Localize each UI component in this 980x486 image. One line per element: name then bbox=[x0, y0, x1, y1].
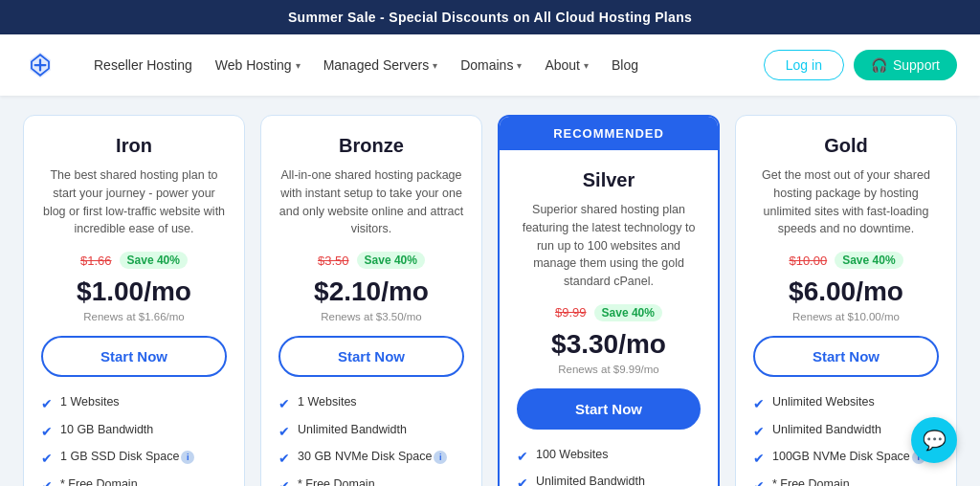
support-button[interactable]: 🎧 Support bbox=[854, 50, 957, 80]
nav-web-hosting[interactable]: Web Hosting ▾ bbox=[206, 50, 310, 80]
feature-item: ✔ 10 GB Bandwidth bbox=[41, 422, 227, 442]
plan-name: Silver bbox=[583, 169, 635, 191]
features-list: ✔ 1 Websites ✔ Unlimited Bandwidth ✔ 30 … bbox=[278, 394, 464, 486]
check-icon: ✔ bbox=[517, 448, 528, 467]
check-icon: ✔ bbox=[41, 423, 53, 442]
check-icon: ✔ bbox=[517, 475, 528, 486]
recommended-badge: RECOMMENDED bbox=[500, 117, 718, 150]
check-icon: ✔ bbox=[753, 450, 765, 469]
features-list: ✔ 100 Websites ✔ Unlimited Bandwidth ✔ 5… bbox=[517, 447, 701, 486]
feature-item: ✔ 100GB NVMe Disk Spacei bbox=[753, 449, 939, 469]
plan-description: The best shared hosting plan to start yo… bbox=[41, 166, 227, 238]
current-price: $2.10/mo bbox=[314, 276, 429, 307]
feature-item: ✔ 30 GB NVMe Disk Spacei bbox=[278, 449, 464, 469]
check-icon: ✔ bbox=[41, 477, 53, 486]
promo-banner: Summer Sale - Special Discounts on All C… bbox=[0, 0, 980, 34]
logo[interactable] bbox=[23, 48, 57, 82]
save-badge: Save 40% bbox=[835, 252, 902, 269]
plan-description: Get the most out of your shared hosting … bbox=[753, 166, 939, 238]
save-badge: Save 40% bbox=[120, 252, 188, 269]
plan-card-iron: Iron The best shared hosting plan to sta… bbox=[23, 115, 245, 486]
info-icon[interactable]: i bbox=[181, 451, 194, 464]
original-price: $10.00 bbox=[789, 254, 827, 268]
check-icon: ✔ bbox=[41, 450, 53, 469]
save-badge: Save 40% bbox=[357, 252, 425, 269]
main-nav: Reseller Hosting Web Hosting ▾ Managed S… bbox=[0, 34, 980, 96]
check-icon: ✔ bbox=[278, 395, 290, 414]
pricing-row: $3.50 Save 40% bbox=[318, 252, 425, 269]
feature-item: ✔ 1 Websites bbox=[41, 394, 227, 414]
feature-item: ✔ Unlimited Bandwidth bbox=[278, 422, 464, 442]
pricing-row: $9.99 Save 40% bbox=[555, 304, 662, 321]
nav-about[interactable]: About ▾ bbox=[535, 50, 598, 80]
pricing-grid: Iron The best shared hosting plan to sta… bbox=[23, 115, 957, 486]
current-price: $3.30/mo bbox=[551, 329, 666, 360]
original-price: $9.99 bbox=[555, 305, 587, 320]
chat-icon: 💬 bbox=[923, 429, 947, 452]
renews-text: Renews at $3.50/mo bbox=[321, 311, 421, 322]
start-now-button[interactable]: Start Now bbox=[517, 388, 701, 430]
feature-item: ✔ Unlimited Websites bbox=[753, 394, 939, 414]
start-now-button[interactable]: Start Now bbox=[753, 336, 939, 377]
feature-item: ✔ * Free Domain Registration/Transferi bbox=[278, 476, 464, 486]
save-badge: Save 40% bbox=[594, 304, 662, 321]
feature-item: ✔ * Free Domain Registration/Transferi bbox=[753, 476, 939, 486]
check-icon: ✔ bbox=[753, 395, 765, 414]
plan-description: Superior shared hosting plan featuring t… bbox=[517, 201, 701, 291]
chevron-down-icon: ▾ bbox=[584, 60, 589, 71]
headset-icon: 🎧 bbox=[871, 57, 887, 73]
original-price: $3.50 bbox=[318, 254, 349, 268]
plan-name: Iron bbox=[116, 135, 152, 157]
check-icon: ✔ bbox=[278, 450, 290, 469]
start-now-button[interactable]: Start Now bbox=[278, 336, 464, 377]
check-icon: ✔ bbox=[753, 423, 765, 442]
feature-item: ✔ * Free Domain Registration/Transferi bbox=[41, 476, 227, 486]
info-icon[interactable]: i bbox=[434, 451, 447, 464]
renews-text: Renews at $1.66/mo bbox=[83, 311, 184, 322]
main-content: Iron The best shared hosting plan to sta… bbox=[0, 96, 980, 486]
plan-name: Bronze bbox=[339, 135, 404, 157]
current-price: $6.00/mo bbox=[789, 276, 903, 307]
check-icon: ✔ bbox=[41, 395, 53, 414]
features-list: ✔ 1 Websites ✔ 10 GB Bandwidth ✔ 1 GB SS… bbox=[41, 394, 227, 486]
nav-links: Reseller Hosting Web Hosting ▾ Managed S… bbox=[84, 50, 764, 80]
nav-actions: Log in 🎧 Support bbox=[764, 50, 957, 80]
plan-card-bronze: Bronze All-in-one shared hosting package… bbox=[260, 115, 482, 486]
renews-text: Renews at $10.00/mo bbox=[792, 311, 900, 322]
nav-reseller-hosting[interactable]: Reseller Hosting bbox=[84, 50, 202, 80]
plan-description: All-in-one shared hosting package with i… bbox=[278, 166, 464, 238]
feature-item: ✔ 100 Websites bbox=[517, 447, 701, 467]
check-icon: ✔ bbox=[278, 477, 290, 486]
check-icon: ✔ bbox=[278, 423, 290, 442]
nav-managed-servers[interactable]: Managed Servers ▾ bbox=[314, 50, 448, 80]
login-button[interactable]: Log in bbox=[764, 50, 844, 80]
renews-text: Renews at $9.99/mo bbox=[558, 364, 658, 375]
original-price: $1.66 bbox=[80, 254, 112, 268]
check-icon: ✔ bbox=[753, 477, 765, 486]
chevron-down-icon: ▾ bbox=[517, 60, 522, 71]
current-price: $1.00/mo bbox=[77, 276, 191, 307]
pricing-row: $10.00 Save 40% bbox=[789, 252, 902, 269]
plan-name: Gold bbox=[824, 135, 868, 157]
nav-blog[interactable]: Blog bbox=[602, 50, 648, 80]
pricing-row: $1.66 Save 40% bbox=[80, 252, 188, 269]
chevron-down-icon: ▾ bbox=[433, 60, 437, 71]
feature-item: ✔ Unlimited Bandwidth bbox=[517, 474, 701, 486]
start-now-button[interactable]: Start Now bbox=[41, 336, 227, 377]
chat-button[interactable]: 💬 bbox=[911, 417, 957, 463]
chevron-down-icon: ▾ bbox=[296, 60, 301, 71]
plan-card-silver: RECOMMENDED Silver Superior shared hosti… bbox=[498, 115, 720, 486]
feature-item: ✔ 1 GB SSD Disk Spacei bbox=[41, 449, 227, 469]
nav-domains[interactable]: Domains ▾ bbox=[451, 50, 531, 80]
feature-item: ✔ 1 Websites bbox=[278, 394, 464, 414]
